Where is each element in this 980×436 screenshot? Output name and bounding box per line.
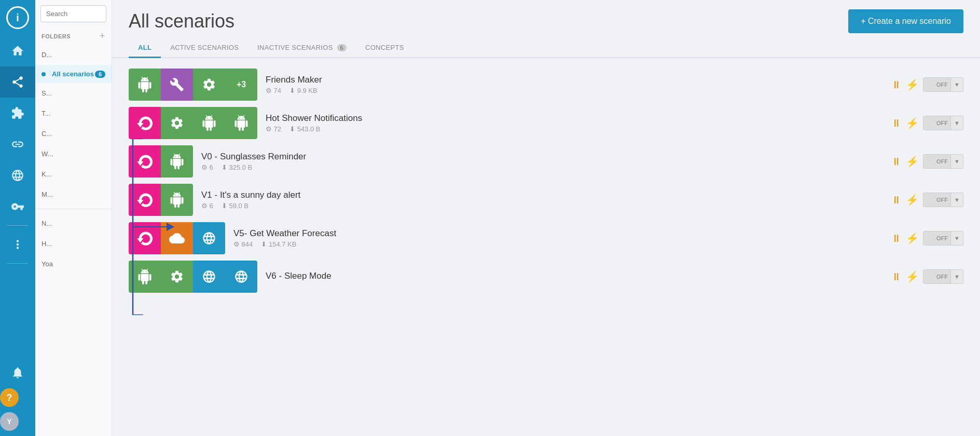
- toggle-dropdown[interactable]: ▼: [950, 270, 963, 283]
- scenario-info: V6 - Sleep Mode: [266, 271, 883, 283]
- scenario-operations: ⚙ 72: [266, 125, 281, 133]
- create-scenario-button[interactable]: + Create a new scenario: [848, 9, 963, 33]
- scenario-icon-cloud: [161, 222, 193, 254]
- pause-button[interactable]: ⏸: [891, 271, 902, 283]
- toggle-dropdown[interactable]: ▼: [950, 78, 963, 91]
- run-once-button[interactable]: ⚡: [906, 117, 919, 129]
- toggle-dropdown[interactable]: ▼: [950, 231, 963, 245]
- tab-all[interactable]: ALL: [129, 38, 161, 58]
- scenario-name: V1 - It's a sunny day alert: [201, 190, 883, 200]
- scenario-icon-android: [129, 69, 161, 101]
- toggle-dropdown[interactable]: ▼: [950, 155, 963, 168]
- scenario-list: +3 Friends Maker ⚙ 74 ⬇ 9.9 KB ⏸ ⚡ OFF ▼: [112, 58, 980, 436]
- toggle-switch[interactable]: OFF: [923, 270, 950, 283]
- toggle-switch[interactable]: OFF: [923, 231, 950, 245]
- logo-icon: i: [6, 6, 29, 29]
- scenario-size: ⬇ 59.0 B: [222, 202, 249, 210]
- scenario-icon-gear3: [161, 261, 193, 293]
- sidebar-nav-item-k[interactable]: K...: [35, 164, 112, 184]
- toggle-switch[interactable]: OFF: [923, 116, 950, 130]
- scenario-icon-android5: [161, 184, 193, 216]
- nav-divider: [7, 225, 28, 226]
- sidebar: FOLDERS + D... All scenarios 6 S... T...…: [35, 0, 112, 436]
- content-area: +3 Friends Maker ⚙ 74 ⬇ 9.9 KB ⏸ ⚡ OFF ▼: [112, 58, 980, 436]
- scenario-meta: ⚙ 844 ⬇ 154.7 KB: [233, 240, 883, 248]
- scenario-row: +3 Friends Maker ⚙ 74 ⬇ 9.9 KB ⏸ ⚡ OFF ▼: [129, 69, 963, 101]
- pause-button[interactable]: ⏸: [891, 233, 902, 244]
- page-title: All scenarios: [129, 10, 234, 32]
- toggle-dropdown[interactable]: ▼: [950, 193, 963, 207]
- toggle-switch[interactable]: OFF: [923, 193, 950, 207]
- search-input[interactable]: [40, 5, 106, 22]
- scenario-controls: ⏸ ⚡ OFF ▼: [891, 154, 963, 169]
- sidebar-nav-item-d[interactable]: D...: [35, 45, 112, 65]
- nav-avatar[interactable]: Y: [0, 412, 19, 431]
- pause-button[interactable]: ⏸: [891, 156, 902, 168]
- sidebar-all-scenarios[interactable]: All scenarios 6: [35, 65, 112, 83]
- toggle-wrap: OFF ▼: [923, 116, 963, 130]
- scenario-name: V5- Get Weather Forecast: [233, 228, 883, 239]
- toggle-wrap: OFF ▼: [923, 269, 963, 284]
- run-once-button[interactable]: ⚡: [906, 194, 919, 206]
- run-once-button[interactable]: ⚡: [906, 232, 919, 244]
- sidebar-folders-header: FOLDERS +: [35, 28, 112, 45]
- nav-integrations[interactable]: [0, 98, 35, 129]
- nav-help-button[interactable]: ?: [0, 388, 19, 407]
- toggle-switch[interactable]: OFF: [923, 78, 950, 91]
- run-once-button[interactable]: ⚡: [906, 155, 919, 168]
- sidebar-nav-item-c[interactable]: C...: [35, 124, 112, 144]
- scenario-icons: [129, 222, 225, 254]
- pause-button[interactable]: ⏸: [891, 79, 902, 91]
- scenario-icon-wrench: [161, 69, 193, 101]
- sidebar-nav-item-w[interactable]: W...: [35, 144, 112, 164]
- scenario-size: ⬇ 543.0 B: [289, 125, 320, 133]
- add-folder-button[interactable]: +: [100, 31, 105, 42]
- nav-scenarios[interactable]: [0, 66, 35, 98]
- scenario-meta: ⚙ 74 ⬇ 9.9 KB: [266, 87, 883, 94]
- run-once-button[interactable]: ⚡: [906, 270, 919, 283]
- nav-bottom: ? Y: [0, 357, 35, 436]
- sidebar-nav-item-s[interactable]: S...: [35, 83, 112, 103]
- sidebar-nav-item-t[interactable]: T...: [35, 103, 112, 124]
- toggle-wrap: OFF ▼: [923, 193, 963, 207]
- scenario-size: ⬇ 154.7 KB: [261, 240, 296, 248]
- toggle-wrap: OFF ▼: [923, 154, 963, 169]
- scenario-icons: [129, 145, 193, 178]
- sidebar-nav-item-n[interactable]: N...: [35, 213, 112, 234]
- nav-globe[interactable]: [0, 160, 35, 191]
- nav-connections[interactable]: [0, 129, 35, 160]
- scenario-icon-webhook4: [129, 222, 161, 254]
- scenario-controls: ⏸ ⚡ OFF ▼: [891, 269, 963, 284]
- main-header: All scenarios + Create a new scenario: [112, 0, 980, 38]
- scenario-icon-globe3: [193, 261, 225, 293]
- sidebar-nav-item-m[interactable]: M...: [35, 184, 112, 205]
- scenario-meta: ⚙ 6 ⬇ 59.0 B: [201, 202, 883, 210]
- tab-active-scenarios[interactable]: ACTIVE SCENARIOS: [161, 38, 248, 58]
- scenario-icons: [129, 184, 193, 216]
- inactive-badge: 6: [337, 44, 347, 51]
- scenario-icon-plus3: +3: [225, 69, 257, 101]
- nav-notifications[interactable]: [0, 357, 35, 388]
- toggle-wrap: OFF ▼: [923, 231, 963, 246]
- nav-more[interactable]: [0, 229, 35, 260]
- pause-button[interactable]: ⏸: [891, 194, 902, 206]
- sidebar-nav-item-yoa[interactable]: Yoa: [35, 254, 112, 274]
- scenario-icon-globe4: [225, 261, 257, 293]
- tab-concepts[interactable]: CONCEPTS: [356, 38, 413, 58]
- toggle-switch[interactable]: OFF: [923, 155, 950, 168]
- scenario-meta: ⚙ 72 ⬇ 543.0 B: [266, 125, 883, 133]
- pause-button[interactable]: ⏸: [891, 117, 902, 129]
- sidebar-nav-list: D... All scenarios 6 S... T... C... W...…: [35, 45, 112, 274]
- tab-inactive-scenarios[interactable]: INACTIVE SCENARIOS 6: [248, 38, 356, 58]
- scenario-row: V0 - Sunglasses Reminder ⚙ 6 ⬇ 325.0 B ⏸…: [129, 145, 963, 178]
- scenario-info: Hot Shower Notifications ⚙ 72 ⬇ 543.0 B: [266, 113, 883, 133]
- scenario-icon-android3: [225, 107, 257, 139]
- active-dot: [42, 72, 46, 76]
- nav-keys[interactable]: [0, 191, 35, 222]
- toggle-dropdown[interactable]: ▼: [950, 116, 963, 130]
- scenario-controls: ⏸ ⚡ OFF ▼: [891, 116, 963, 130]
- nav-home[interactable]: [0, 35, 35, 66]
- run-once-button[interactable]: ⚡: [906, 78, 919, 91]
- sidebar-nav-item-h[interactable]: H...: [35, 234, 112, 254]
- scenario-name: Friends Maker: [266, 75, 883, 85]
